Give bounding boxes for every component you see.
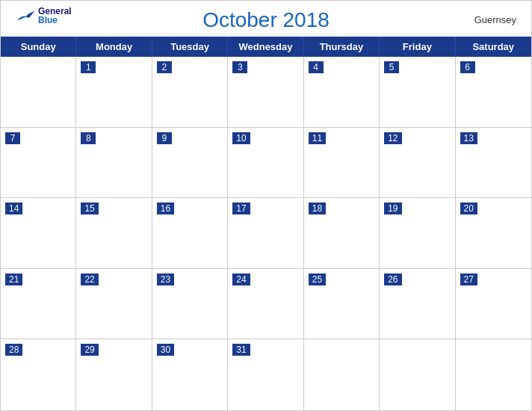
calendar-cell [1, 57, 76, 128]
day-friday: Friday [380, 37, 455, 57]
month-title: October 2018 [202, 8, 330, 32]
calendar-cell: 10 [228, 128, 303, 199]
calendar-cell: 3 [228, 57, 303, 128]
calendar-cell: 20 [456, 198, 531, 269]
calendar-cell: 21 [1, 269, 76, 340]
calendar-cell: 4 [304, 57, 380, 128]
day-thursday: Thursday [304, 37, 380, 57]
calendar-cell: 7 [1, 128, 76, 199]
calendar-cell: 11 [304, 128, 380, 199]
calendar-cell: 5 [380, 57, 455, 128]
calendar-cell: 1 [76, 57, 152, 128]
day-saturday: Saturday [456, 37, 531, 57]
calendar-cell: 23 [152, 269, 228, 340]
calendar-cell: 15 [76, 198, 152, 269]
calendar-container: General Blue October 2018 Guernsey Sunda… [0, 0, 532, 411]
calendar-cell: 28 [1, 339, 76, 410]
calendar-cell: 29 [76, 339, 152, 410]
calendar-cell: 25 [304, 269, 380, 340]
day-sunday: Sunday [1, 37, 76, 57]
calendar-cell: 14 [1, 198, 76, 269]
day-tuesday: Tuesday [152, 37, 228, 57]
calendar-cell: 13 [456, 128, 531, 199]
calendar-cell: 6 [456, 57, 531, 128]
calendar-cell: 8 [76, 128, 152, 199]
calendar-cell: 12 [380, 128, 455, 199]
calendar-cell: 18 [304, 198, 380, 269]
logo: General Blue [16, 7, 72, 25]
country-label: Guernsey [474, 14, 516, 25]
calendar-cell: 24 [228, 269, 303, 340]
days-header: Sunday Monday Tuesday Wednesday Thursday… [1, 37, 531, 57]
calendar-cell: 2 [152, 57, 228, 128]
calendar-cell: 16 [152, 198, 228, 269]
calendar-cell: 19 [380, 198, 455, 269]
calendar-header: General Blue October 2018 Guernsey [1, 1, 531, 37]
calendar-cell: 26 [380, 269, 455, 340]
logo-blue-text: Blue [38, 16, 72, 25]
calendar-cell: 22 [76, 269, 152, 340]
logo-bird-icon [16, 8, 37, 23]
calendar-cell: 9 [152, 128, 228, 199]
calendar-cell: 30 [152, 339, 228, 410]
calendar-cell [456, 339, 531, 410]
day-monday: Monday [76, 37, 152, 57]
calendar-cell: 17 [228, 198, 303, 269]
calendar-cell: 31 [228, 339, 303, 410]
calendar-grid: 1234567891011121314151617181920212223242… [1, 57, 531, 410]
calendar-cell: 27 [456, 269, 531, 340]
calendar-cell [380, 339, 455, 410]
calendar-cell [304, 339, 380, 410]
day-wednesday: Wednesday [228, 37, 303, 57]
